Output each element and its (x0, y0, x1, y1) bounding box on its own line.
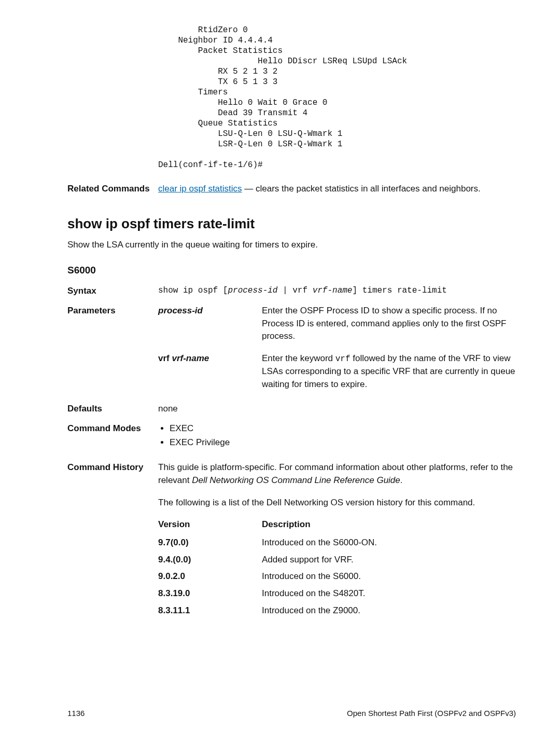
defaults-label: Defaults (67, 403, 158, 416)
version-3-desc: Introduced on the S4820T. (262, 587, 516, 600)
param-desc-vrf-pre: Enter the keyword (262, 353, 335, 363)
version-4-desc: Introduced on the Z9000. (262, 604, 516, 617)
param-desc-vrf-code: vrf (335, 354, 351, 364)
version-header-desc: Description (262, 518, 516, 531)
command-modes-value: EXEC EXEC Privilege (158, 422, 516, 450)
command-history-row: Command History This guide is platform-s… (67, 461, 516, 621)
version-row-1: 9.4.(0.0) Added support for VRF. (158, 554, 516, 567)
version-2: 9.0.2.0 (158, 570, 262, 583)
parameters-block: Parameters process-id Enter the OSPF Pro… (67, 305, 516, 391)
syntax-row: Syntax show ip ospf [process-id | vrf vr… (67, 285, 516, 298)
defaults-value: none (158, 403, 516, 416)
version-row-0: 9.7(0.0) Introduced on the S6000-ON. (158, 536, 516, 549)
version-header: Version Description (158, 518, 516, 531)
history-para1: This guide is platform-specific. For com… (158, 461, 516, 487)
syntax-vrf: vrf-name (313, 286, 353, 295)
syntax-mid1: | vrf (277, 286, 312, 295)
mode-exec-privilege: EXEC Privilege (170, 436, 516, 449)
version-row-4: 8.3.11.1 Introduced on the Z9000. (158, 604, 516, 617)
command-history-label: Command History (67, 461, 158, 621)
version-3: 8.3.19.0 (158, 587, 262, 600)
version-4: 8.3.11.1 (158, 604, 262, 617)
version-2-desc: Introduced on the S6000. (262, 570, 516, 583)
param-key-vrf-prefix: vrf (158, 353, 172, 363)
param-desc-vrf: Enter the keyword vrf followed by the na… (262, 352, 516, 391)
defaults-row: Defaults none (67, 403, 516, 416)
syntax-label: Syntax (67, 285, 158, 298)
command-modes-row: Command Modes EXEC EXEC Privilege (67, 422, 516, 450)
section-subtitle: Show the LSA currently in the queue wait… (67, 239, 516, 252)
version-1: 9.4.(0.0) (158, 554, 262, 567)
version-row-2: 9.0.2.0 Introduced on the S6000. (158, 570, 516, 583)
version-row-3: 8.3.19.0 Introduced on the S4820T. (158, 587, 516, 600)
chapter-title: Open Shortest Path First (OSPFv2 and OSP… (347, 708, 516, 719)
related-commands-row: Related Commands clear ip ospf statistic… (67, 183, 516, 196)
code-output: RtidZero 0 Neighbor ID 4.4.4.4 Packet St… (67, 25, 516, 170)
param-key-process-id: process-id (158, 305, 262, 343)
syntax-value: show ip ospf [process-id | vrf vrf-name]… (158, 285, 516, 298)
related-link-suffix: — clears the packet statistics in all in… (242, 184, 481, 194)
command-modes-label: Command Modes (67, 422, 158, 450)
version-header-ver: Version (158, 518, 262, 531)
parameters-label: Parameters (67, 305, 158, 391)
history-para1-b: . (400, 475, 403, 485)
param-desc-process-id: Enter the OSPF Process ID to show a spec… (262, 305, 516, 343)
param-row-process-id: process-id Enter the OSPF Process ID to … (158, 305, 516, 343)
syntax-proc: process-id (228, 286, 277, 295)
version-0: 9.7(0.0) (158, 536, 262, 549)
param-key-vrf: vrf vrf-name (158, 352, 262, 391)
version-0-desc: Introduced on the S6000-ON. (262, 536, 516, 549)
related-label: Related Commands (67, 183, 158, 196)
version-1-desc: Added support for VRF. (262, 554, 516, 567)
command-modes-list: EXEC EXEC Privilege (158, 422, 516, 449)
page-number: 1136 (67, 708, 85, 719)
param-key-vrf-var: vrf-name (172, 353, 209, 363)
history-para1-italic: Dell Networking OS Command Line Referenc… (192, 475, 400, 485)
parameters-content: process-id Enter the OSPF Process ID to … (158, 305, 516, 391)
command-history-content: This guide is platform-specific. For com… (158, 461, 516, 621)
related-content: clear ip ospf statistics — clears the pa… (158, 183, 516, 196)
param-row-vrf: vrf vrf-name Enter the keyword vrf follo… (158, 352, 516, 391)
page-footer: 1136 Open Shortest Path First (OSPFv2 an… (67, 708, 516, 719)
syntax-pre: show ip ospf [ (158, 286, 228, 295)
related-link[interactable]: clear ip ospf statistics (158, 184, 242, 194)
mode-exec: EXEC (170, 422, 516, 435)
section-title: show ip ospf timers rate-limit (67, 214, 516, 234)
syntax-post: ] timers rate-limit (352, 286, 446, 295)
model-label: S6000 (67, 263, 516, 278)
history-para2: The following is a list of the Dell Netw… (158, 497, 516, 509)
